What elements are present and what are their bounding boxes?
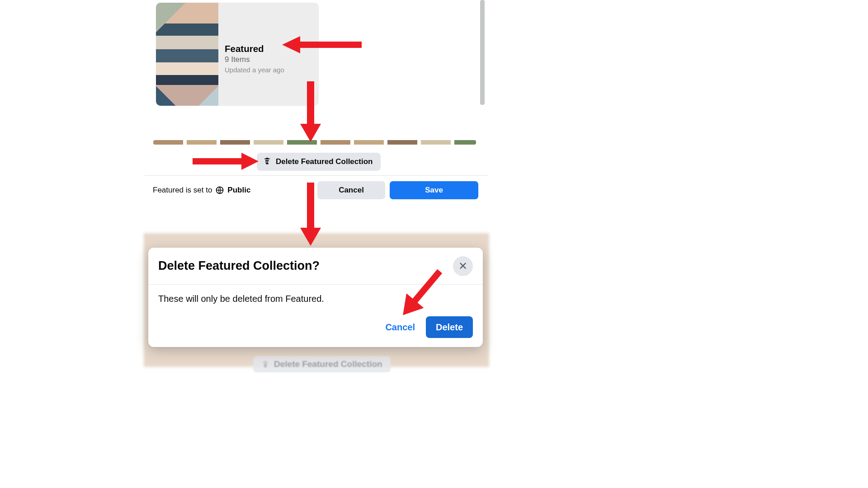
collection-title: Featured <box>225 43 284 54</box>
collection-thumbnail <box>156 3 218 106</box>
trash-icon <box>263 157 271 167</box>
privacy-prefix: Featured is set to <box>153 186 212 195</box>
modal-title: Delete Featured Collection? <box>158 259 320 273</box>
svg-marker-3 <box>193 153 259 170</box>
delete-chip-label: Delete Featured Collection <box>276 157 373 166</box>
cancel-button-label: Cancel <box>339 186 364 195</box>
collection-updated-time: Updated a year ago <box>225 66 284 74</box>
collection-item-count: 9 Items <box>225 55 284 64</box>
save-button[interactable]: Save <box>390 181 478 199</box>
globe-icon <box>215 186 224 195</box>
modal-delete-label: Delete <box>436 322 463 333</box>
scrollbar[interactable] <box>480 0 485 105</box>
edit-footer-row: Featured is set to Public Cancel Save <box>153 181 478 200</box>
delete-featured-collection-button-ghost: Delete Featured Collection <box>253 356 391 372</box>
close-icon: ✕ <box>458 261 467 272</box>
save-button-label: Save <box>425 186 443 195</box>
ghost-chip-label: Delete Featured Collection <box>274 359 382 369</box>
modal-delete-button[interactable]: Delete <box>426 316 473 338</box>
divider <box>145 175 488 176</box>
privacy-level: Public <box>227 186 250 195</box>
modal-cancel-button[interactable]: Cancel <box>385 322 415 333</box>
privacy-indicator: Featured is set to Public <box>153 186 250 195</box>
modal-close-button[interactable]: ✕ <box>453 256 473 276</box>
photo-thumbnail-strip <box>153 140 476 145</box>
annotation-arrow-3 <box>193 150 259 173</box>
tutorial-steps-canvas: Featured 9 Items Updated a year ago Dele… <box>0 0 868 488</box>
modal-cancel-label: Cancel <box>385 322 415 332</box>
modal-body-text: These will only be deleted from Featured… <box>148 285 483 304</box>
cancel-button[interactable]: Cancel <box>317 181 385 199</box>
confirm-delete-modal: Delete Featured Collection? ✕ These will… <box>148 248 483 347</box>
delete-featured-collection-button[interactable]: Delete Featured Collection <box>257 153 381 171</box>
featured-collection-card[interactable]: Featured 9 Items Updated a year ago <box>156 3 319 106</box>
